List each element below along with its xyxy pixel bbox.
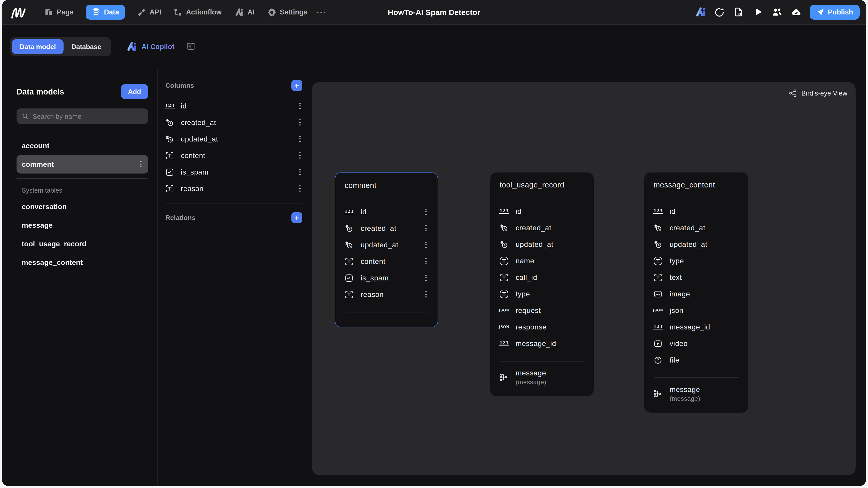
row-menu-button[interactable] <box>298 134 302 144</box>
add-relation-button[interactable]: + <box>291 212 302 223</box>
row-menu-button[interactable] <box>298 101 302 111</box>
row-menu-button[interactable] <box>424 289 428 299</box>
field-row-type[interactable]: type <box>654 253 739 269</box>
columns-list: 123id created_at updated_at content is_s… <box>165 98 302 197</box>
field-row-text[interactable]: text <box>654 269 739 286</box>
publish-button[interactable]: Publish <box>810 5 860 20</box>
column-row-reason[interactable]: reason <box>165 180 302 197</box>
search-icon <box>22 112 29 120</box>
relation-row-message[interactable]: message (message) <box>500 369 584 386</box>
birdseye-view-button[interactable]: Bird's-eye View <box>788 89 847 98</box>
row-menu-button[interactable] <box>139 159 143 169</box>
field-name: type <box>670 257 684 265</box>
row-menu-button[interactable] <box>424 256 428 266</box>
field-row-file[interactable]: ?file <box>654 352 739 368</box>
row-menu-button[interactable] <box>298 151 302 160</box>
preview-run-button[interactable] <box>752 7 763 17</box>
field-row-image[interactable]: image <box>654 286 739 302</box>
field-row-is_spam[interactable]: is_spam <box>345 269 428 286</box>
row-menu-button[interactable] <box>298 118 302 127</box>
row-menu-button[interactable] <box>424 207 428 217</box>
collaborators-button[interactable] <box>771 7 782 17</box>
field-row-call_id[interactable]: call_id <box>500 269 584 286</box>
field-row-name[interactable]: name <box>500 253 584 269</box>
field-row-request[interactable]: JSONrequest <box>500 302 584 319</box>
field-row-id[interactable]: 123id <box>654 203 739 220</box>
table-name: message_content <box>654 181 739 189</box>
table-card-comment[interactable]: comment 123id created_at updated_at cont… <box>335 172 438 327</box>
table-card-tool_usage_record[interactable]: tool_usage_record 123id created_at updat… <box>490 172 594 396</box>
history-button[interactable] <box>714 7 724 17</box>
ai-copilot-button[interactable]: AI Copilot <box>126 41 175 52</box>
data-view-switch: Data model Database <box>10 37 111 56</box>
momen-logo-icon[interactable] <box>9 5 31 19</box>
add-column-button[interactable]: + <box>291 80 302 91</box>
tab-database[interactable]: Database <box>64 39 109 54</box>
nav-ai[interactable]: AI <box>234 8 254 16</box>
svg-text:?: ? <box>657 358 659 362</box>
field-row-message_id[interactable]: 123message_id <box>500 335 584 352</box>
model-name: tool_usage_record <box>22 239 87 248</box>
relation-target: (message) <box>670 395 700 402</box>
datetime-type-icon <box>500 240 508 249</box>
field-row-reason[interactable]: reason <box>345 286 428 303</box>
field-row-created_at[interactable]: created_at <box>345 220 428 236</box>
field-row-id[interactable]: 123id <box>345 203 428 220</box>
field-row-type[interactable]: type <box>500 286 584 302</box>
row-menu-button[interactable] <box>298 167 302 177</box>
column-row-is_spam[interactable]: is_spam <box>165 164 302 180</box>
field-row-created_at[interactable]: created_at <box>654 220 739 236</box>
columns-title: Columns <box>165 82 194 89</box>
er-diagram-canvas[interactable]: Bird's-eye View comment 123id created_at… <box>312 82 856 475</box>
field-name: updated_at <box>516 240 553 249</box>
sidebar-item-conversation[interactable]: conversation <box>17 197 148 216</box>
image-type-icon <box>654 289 662 298</box>
sidebar-item-message_content[interactable]: message_content <box>17 253 148 272</box>
column-row-updated_at[interactable]: updated_at <box>165 131 302 147</box>
row-menu-button[interactable] <box>424 240 428 250</box>
table-card-message_content[interactable]: message_content 123id created_at updated… <box>644 172 748 413</box>
nav-actionflow[interactable]: Actionflow <box>174 8 222 17</box>
field-name: call_id <box>516 273 537 282</box>
field-name: content <box>361 257 385 265</box>
sidebar-item-message[interactable]: message <box>17 216 148 234</box>
sidebar-item-comment[interactable]: comment <box>17 155 148 173</box>
field-name: is_spam <box>361 274 389 282</box>
column-row-content[interactable]: content <box>165 147 302 164</box>
field-row-message_id[interactable]: 123message_id <box>654 319 739 335</box>
text-type-icon <box>654 256 662 265</box>
column-name: reason <box>181 184 204 193</box>
row-menu-button[interactable] <box>424 273 428 283</box>
users-icon <box>772 7 781 17</box>
nav-data[interactable]: Data <box>86 5 125 20</box>
sidebar-item-account[interactable]: account <box>17 136 148 155</box>
docs-book-icon[interactable] <box>186 41 195 52</box>
field-row-created_at[interactable]: created_at <box>500 220 584 236</box>
nav-page[interactable]: Page <box>44 8 74 17</box>
cloud-sync-button[interactable] <box>790 7 801 17</box>
column-row-created_at[interactable]: created_at <box>165 114 302 131</box>
field-row-json[interactable]: JSONjson <box>654 302 739 319</box>
row-menu-button[interactable] <box>424 223 428 233</box>
nav-more-button[interactable]: ··· <box>317 7 327 17</box>
field-row-content[interactable]: content <box>345 253 428 269</box>
field-row-video[interactable]: video <box>654 335 739 352</box>
search-input[interactable] <box>33 112 143 120</box>
field-row-id[interactable]: 123id <box>500 203 584 220</box>
column-row-id[interactable]: 123id <box>165 98 302 114</box>
ai-assistant-button[interactable] <box>695 7 705 17</box>
tab-data-model[interactable]: Data model <box>12 39 64 54</box>
sidebar-item-tool_usage_record[interactable]: tool_usage_record <box>17 234 148 253</box>
add-model-button[interactable]: Add <box>121 84 148 99</box>
field-row-updated_at[interactable]: updated_at <box>500 236 584 253</box>
nav-api[interactable]: API <box>137 8 161 17</box>
field-row-updated_at[interactable]: updated_at <box>345 236 428 253</box>
nav-settings[interactable]: Settings <box>267 7 307 17</box>
model-search[interactable] <box>17 108 148 124</box>
file-settings-button[interactable] <box>733 7 743 17</box>
row-menu-button[interactable] <box>298 184 302 193</box>
field-row-response[interactable]: JSONresponse <box>500 319 584 335</box>
relation-row-message[interactable]: message (message) <box>654 385 739 402</box>
plug-icon <box>137 8 146 17</box>
field-row-updated_at[interactable]: updated_at <box>654 236 739 253</box>
